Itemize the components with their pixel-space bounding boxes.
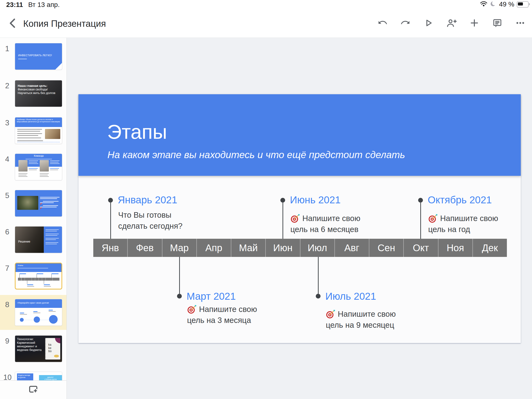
milestone-title[interactable]: Март 2021 — [187, 291, 236, 302]
present-play-icon — [424, 18, 433, 29]
redo-icon — [400, 18, 411, 29]
milestone-title[interactable]: Июль 2021 — [325, 291, 376, 302]
slide-number: 10 — [3, 373, 11, 380]
insert-button[interactable] — [469, 17, 480, 30]
month-cell: Июн — [266, 239, 300, 257]
slide-4-thumbnail[interactable]: Команда — [15, 154, 62, 180]
thumb-box: ДИАЛОГ с близким кругом — [39, 375, 62, 380]
document-title[interactable]: Копия Презентация — [23, 19, 106, 29]
do-not-disturb-moon-icon — [490, 0, 497, 8]
timeline-dot — [316, 294, 321, 298]
back-button[interactable] — [6, 18, 18, 30]
wifi-icon — [480, 1, 488, 8]
slide-thumbnail-item: 10 Модель выхода из долгов ДИАЛОГ с близ… — [0, 372, 66, 380]
undo-button[interactable] — [377, 17, 388, 30]
slide-thumbnail-item: 5 — [0, 190, 66, 226]
milestone-body[interactable]: Напишите свою цель на год — [428, 213, 498, 235]
slide-number: 1 — [3, 44, 11, 53]
target-dart-icon — [290, 214, 300, 223]
thumb-title: Наша главная цель: — [18, 84, 47, 88]
slide-number: 5 — [3, 191, 11, 200]
slide-thumbnail-item: 8 «Перекройте кран» своих долгов! — [0, 299, 66, 335]
timeline-dot — [280, 198, 285, 203]
month-cell: Дек — [473, 239, 507, 257]
month-cell: Июл — [300, 239, 335, 257]
slide-thumbnail-item: 6 Решение — [0, 226, 66, 263]
slide-number: 6 — [3, 228, 11, 236]
slide-panel: 1 ИНВЕСТИРОВАТЬ ЛЕГКО! 2 Наша главная це… — [0, 38, 67, 399]
timeline-connector — [179, 257, 180, 294]
slide-8-thumbnail[interactable]: «Перекройте кран» своих долгов! — [15, 299, 62, 326]
current-slide[interactable]: Этапы На каком этапе вы находитесь и что… — [78, 94, 521, 343]
status-bar: 23:11 Вт 13 апр. 49 % — [0, 0, 532, 9]
slide-5-thumbnail[interactable] — [15, 190, 62, 217]
milestone-body[interactable]: Напишите свою цель на 3 месяца — [187, 304, 257, 326]
milestone-body[interactable]: Напишите свою цель на 6 месяцев — [290, 213, 360, 235]
timeline-connector — [110, 203, 111, 239]
timeline-month-bar[interactable]: Янв Фев Мар Апр Май Июн Июл Авг Сен Окт … — [93, 239, 507, 257]
timeline-dot — [177, 294, 182, 298]
slide-thumbnail-item: 1 ИНВЕСТИРОВАТЬ ЛЕГКО! — [0, 43, 66, 79]
timeline-dot — [108, 198, 113, 203]
comments-button[interactable] — [492, 17, 503, 30]
ellipsis-icon — [515, 18, 525, 29]
slide-header-band[interactable]: Этапы На каком этапе вы находитесь и что… — [78, 94, 521, 176]
slide-1-thumbnail[interactable]: ИНВЕСТИРОВАТЬ ЛЕГКО! — [15, 43, 62, 70]
slide-number: 3 — [3, 119, 11, 127]
slide-thumbnail-item: 3 Проблема: Объем плохих долгов по ипоте… — [0, 117, 66, 154]
clock: 23:11 — [6, 1, 23, 9]
thumb-photo — [19, 160, 27, 171]
add-slide-button[interactable] — [28, 384, 38, 394]
milestone-body[interactable]: Что Вы готовы сделать сегодня? — [118, 209, 183, 232]
slide-thumbnail-item: 4 Команда — [0, 154, 66, 190]
slide-2-thumbnail[interactable]: Наша главная цель: Финансовая свобода/ Н… — [15, 80, 62, 107]
slide-6-thumbnail[interactable]: Решение — [15, 226, 62, 253]
slide-3-thumbnail[interactable]: Проблема: Объем плохих долгов по ипотеке… — [15, 117, 62, 144]
slide-thumbnail-item: 2 Наша главная цель: Финансовая свобода/… — [0, 80, 66, 116]
slide-7-thumbnail[interactable]: Этапы — [15, 263, 62, 289]
thumb-title: Проблема: Объем плохих долгов по ипотеке… — [15, 117, 62, 127]
slide-9-thumbnail[interactable]: Технологии: Кармический менеджмент и вед… — [15, 335, 62, 362]
thumb-photo — [40, 160, 49, 171]
month-cell: Фев — [128, 239, 162, 257]
date: Вт 13 апр. — [28, 1, 60, 9]
slide-title[interactable]: Этапы — [107, 120, 167, 144]
milestone-title[interactable]: Октябрь 2021 — [428, 194, 492, 206]
milestone-body[interactable]: Напишите свою цель на 9 месяцец — [326, 309, 396, 331]
kakebo-book: ka ke bo — [45, 338, 60, 360]
thumb-title: «Перекройте кран» своих долгов! — [15, 299, 62, 308]
back-chevron-icon — [8, 18, 16, 29]
redo-button[interactable] — [400, 17, 411, 30]
thumb-title: Этапы — [18, 264, 23, 266]
slide-thumbnail-item: 9 Технологии: Кармический менеджмент и в… — [0, 335, 66, 372]
slide-subtitle[interactable]: На каком этапе вы находитесь и что ещё п… — [108, 149, 405, 161]
battery-icon — [517, 1, 529, 8]
page-fold — [55, 63, 62, 70]
slide-thumbnail-item-selected: 7 Этапы — [0, 263, 66, 299]
slide-panel-footer — [0, 380, 66, 399]
slide-number: 9 — [3, 337, 11, 345]
month-cell: Мар — [162, 239, 197, 257]
present-button[interactable] — [423, 17, 434, 30]
slide-number: 4 — [3, 155, 11, 164]
target-dart-icon — [326, 309, 335, 319]
month-cell: Янв — [93, 239, 128, 257]
timeline-dot — [418, 198, 423, 203]
more-options-button[interactable] — [515, 17, 526, 30]
person-add-icon — [446, 18, 457, 29]
month-cell: Ноя — [438, 239, 473, 257]
milestone-title[interactable]: Январь 2021 — [118, 194, 177, 206]
comment-icon — [492, 18, 502, 29]
month-cell: Авг — [335, 239, 369, 257]
thumb-photo — [45, 129, 60, 139]
add-slide-icon — [28, 391, 38, 395]
thumb-photo — [17, 196, 38, 210]
thumb-title: Команда — [15, 155, 62, 157]
share-button[interactable] — [446, 17, 457, 30]
slide-canvas: Этапы На каком этапе вы находитесь и что… — [67, 38, 532, 399]
slide-10-thumbnail[interactable]: Модель выхода из долгов ДИАЛОГ с близким… — [15, 372, 62, 380]
milestone-title[interactable]: Июнь 2021 — [290, 194, 341, 206]
thumb-title: ИНВЕСТИРОВАТЬ ЛЕГКО! — [18, 54, 52, 57]
slide-number: 7 — [3, 264, 11, 273]
month-cell: Окт — [404, 239, 438, 257]
